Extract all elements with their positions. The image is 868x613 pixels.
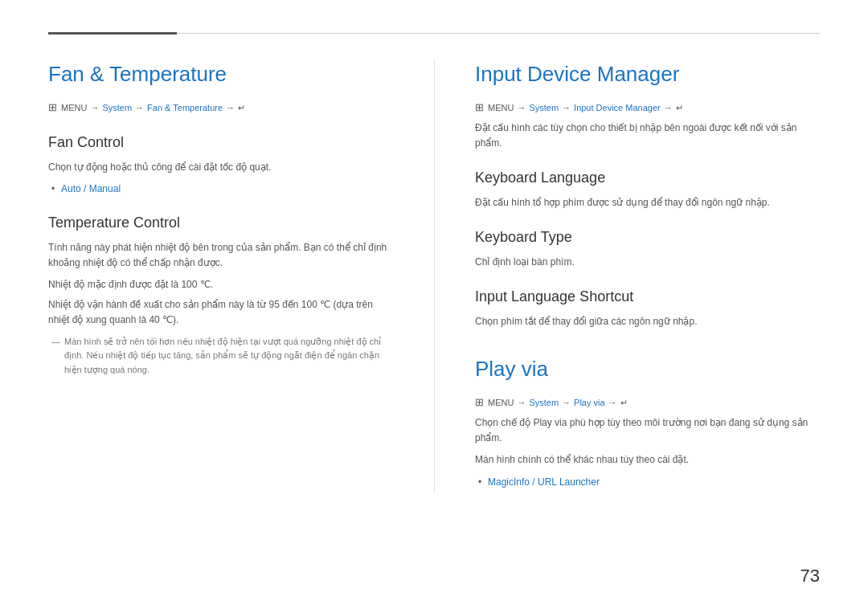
temp-control-desc: Tính năng này phát hiện nhiệt độ bên tro… xyxy=(48,240,394,271)
temp-warning: Màn hình sẽ trở nên tối hơn nếu nhiệt độ… xyxy=(48,335,394,378)
page-container: Fan & Temperature ⊞ MENU → System → Fan … xyxy=(0,0,868,541)
menu-label-play-via: MENU xyxy=(488,396,514,410)
arrow1-play-via: → xyxy=(517,396,526,410)
keyboard-type-title: Keyboard Type xyxy=(475,227,820,248)
top-line-light xyxy=(177,33,820,34)
temp-control-title: Temperature Control xyxy=(48,212,394,234)
keyboard-type-desc: Chỉ định loại bàn phím. xyxy=(475,255,820,270)
play-via-section: Play via ⊞ MENU → System → Play via → ↵ … xyxy=(475,353,820,488)
right-column: Input Device Manager ⊞ MENU → System → I… xyxy=(434,59,820,492)
arrow2-play-via: → xyxy=(562,396,571,410)
arrow2-left: → xyxy=(135,101,144,115)
top-line-dark xyxy=(48,32,177,35)
input-device-title: Input Device Manager xyxy=(475,59,820,90)
input-device-menu-path: ⊞ MENU → System → Input Device Manager →… xyxy=(475,100,820,116)
play-via-inline-highlight: Play via xyxy=(533,417,567,428)
left-column: Fan & Temperature ⊞ MENU → System → Fan … xyxy=(48,59,434,492)
temp-note-1: Nhiệt độ mặc định được đặt là 100 ℃. xyxy=(48,277,394,292)
arrow3-play-via: → xyxy=(608,396,617,410)
fan-temp-title: Fan & Temperature xyxy=(48,59,394,90)
menu-label-left: MENU xyxy=(61,101,87,115)
play-via-desc2: Màn hình chính có thể khác nhau tùy theo… xyxy=(475,452,820,468)
arrow1-right: → xyxy=(517,101,526,115)
fan-control-desc: Chọn tự động hoặc thủ công để cài đặt tố… xyxy=(48,160,394,175)
keyboard-language-title: Keyboard Language xyxy=(475,167,820,189)
system-play-via: System xyxy=(529,396,559,410)
fan-control-bullet: Auto / Manual xyxy=(48,182,394,196)
arrow2-right: → xyxy=(562,101,571,115)
fan-temp-menu-path: ⊞ MENU → System → Fan & Temperature → ↵ xyxy=(48,100,394,116)
input-language-shortcut-title: Input Language Shortcut xyxy=(475,286,820,308)
play-via-menu-path: ⊞ MENU → System → Play via → ↵ xyxy=(475,394,820,411)
play-via-path-highlight: Play via xyxy=(574,396,605,410)
menu-icon-left: ⊞ xyxy=(48,100,57,116)
top-decorative-lines xyxy=(48,32,820,35)
fan-control-bullet-text: Auto / Manual xyxy=(61,183,121,194)
input-language-shortcut-desc: Chọn phím tắt để thay đổi giữa các ngôn … xyxy=(475,314,820,329)
play-via-desc1: Chọn chế độ Play via phù hợp tùy theo mô… xyxy=(475,415,820,446)
enter-icon-play-via: ↵ xyxy=(620,396,628,410)
keyboard-language-desc: Đặt cấu hình tổ hợp phím được sử dụng để… xyxy=(475,195,820,210)
content-columns: Fan & Temperature ⊞ MENU → System → Fan … xyxy=(48,59,820,492)
input-device-desc: Đặt cấu hình các tùy chọn cho thiết bị n… xyxy=(475,121,820,151)
temp-note-2: Nhiệt độ vận hành đề xuất cho sản phẩm n… xyxy=(48,297,394,328)
menu-label-right: MENU xyxy=(488,101,514,115)
menu-icon-play-via: ⊞ xyxy=(475,394,484,411)
play-via-bullet: MagicInfo / URL Launcher xyxy=(475,475,820,489)
enter-icon-left: ↵ xyxy=(238,101,245,115)
input-device-path-highlight: Input Device Manager xyxy=(574,101,661,115)
fan-control-title: Fan Control xyxy=(48,132,394,153)
fan-temp-path-highlight: Fan & Temperature xyxy=(147,101,223,115)
arrow3-right: → xyxy=(664,101,673,115)
enter-icon-right: ↵ xyxy=(676,101,683,115)
page-number: 73 xyxy=(800,562,820,589)
play-via-bullet-text: MagicInfo / URL Launcher xyxy=(488,476,600,488)
menu-icon-right: ⊞ xyxy=(475,100,484,116)
arrow3-left: → xyxy=(226,101,235,115)
arrow1-left: → xyxy=(90,101,99,115)
play-via-title: Play via xyxy=(475,353,820,385)
system-left: System xyxy=(102,101,132,115)
system-right: System xyxy=(529,101,559,115)
